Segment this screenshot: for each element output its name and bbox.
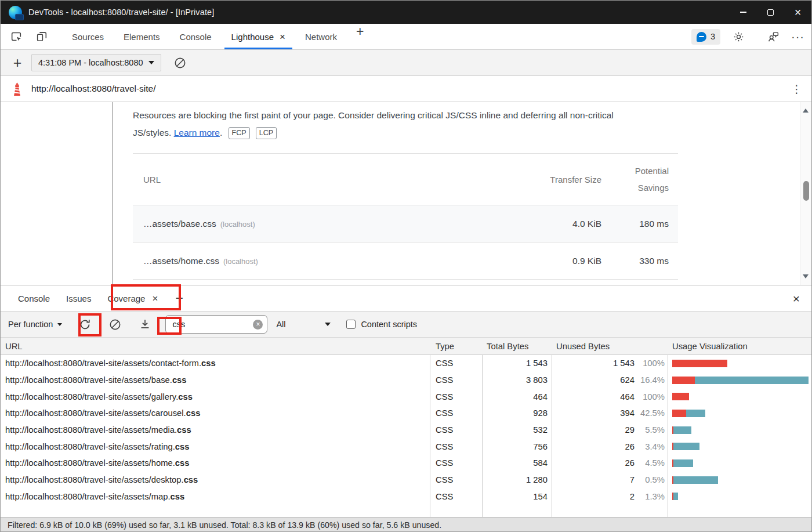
tab-network[interactable]: Network	[295, 24, 347, 49]
inspect-element-button[interactable]	[8, 28, 25, 45]
audit-description: Resources are blocking the first paint o…	[133, 107, 672, 142]
scroll-up-arrow-icon[interactable]	[803, 108, 809, 113]
clear-reports-button[interactable]	[172, 54, 189, 71]
clear-filter-icon[interactable]: ×	[253, 320, 263, 330]
export-coverage-button[interactable]	[136, 316, 154, 333]
kebab-menu-icon[interactable]: ⋮	[791, 82, 802, 96]
reload-coverage-button[interactable]	[76, 316, 93, 333]
tab-sources[interactable]: Sources	[62, 24, 114, 49]
unused-bar-segment	[672, 410, 686, 417]
lighthouse-toolbar: + 4:31:08 PM - localhost:8080	[1, 50, 811, 76]
used-bar-segment	[673, 493, 679, 500]
coverage-table: URL Type Total Bytes Unused Bytes Usage …	[1, 338, 811, 517]
learn-more-link[interactable]: Learn more	[174, 128, 220, 137]
blocking-resources-table: URL Transfer Size Potential Savings …ass…	[133, 153, 678, 280]
device-toolbar-button[interactable]	[33, 28, 50, 45]
reload-icon	[78, 318, 92, 331]
maximize-icon	[767, 9, 774, 16]
coverage-url-cell: http://localhost:8080/travel-site/assets…	[1, 392, 430, 401]
type-column-header[interactable]: Type	[430, 342, 482, 351]
add-panel-button[interactable]: +	[356, 24, 364, 49]
coverage-table-row[interactable]: http://localhost:8080/travel-site/assets…	[1, 388, 811, 405]
coverage-type-cell: CSS	[430, 408, 482, 418]
coverage-table-row[interactable]: http://localhost:8080/travel-site/assets…	[1, 472, 811, 488]
column-divider	[668, 338, 668, 517]
feedback-button[interactable]	[764, 28, 782, 45]
transfer-size-value: 0.9 KiB	[543, 252, 601, 269]
coverage-usage-bar	[668, 493, 811, 500]
total-bytes-column-header[interactable]: Total Bytes	[482, 342, 552, 351]
used-bar-segment	[695, 377, 809, 384]
audit-table-row[interactable]: …assets/base.css(localhost) 4.0 KiB 180 …	[133, 205, 678, 243]
coverage-unused-bytes-cell: 264.5%	[552, 458, 668, 468]
tab-lighthouse[interactable]: Lighthouse ×	[222, 24, 295, 49]
tabbar-actions: 3 ···	[691, 28, 804, 45]
block-icon	[173, 56, 187, 70]
audited-page-bar: http://localhost:8080/travel-site/ ⋮	[1, 76, 811, 102]
feedback-icon	[767, 30, 780, 43]
usage-visualization-column-header[interactable]: Usage Visualization	[668, 342, 811, 351]
more-options-button[interactable]: ···	[791, 31, 804, 42]
tab-console[interactable]: Console	[170, 24, 222, 49]
audit-url-header: URL	[133, 175, 543, 184]
coverage-table-row[interactable]: http://localhost:8080/travel-site/assets…	[1, 488, 811, 505]
unused-bytes-column-header[interactable]: Unused Bytes	[552, 342, 668, 351]
content-scripts-checkbox[interactable]	[346, 320, 356, 329]
tab-elements[interactable]: Elements	[114, 24, 170, 49]
coverage-table-row[interactable]: http://localhost:8080/travel-site/assets…	[1, 422, 811, 439]
column-divider	[430, 338, 430, 517]
close-lighthouse-tab-icon[interactable]: ×	[280, 32, 285, 42]
coverage-type-cell: CSS	[430, 458, 482, 468]
coverage-type-cell: CSS	[430, 492, 482, 501]
coverage-url-cell: http://localhost:8080/travel-site/assets…	[1, 442, 430, 451]
coverage-table-row[interactable]: http://localhost:8080/travel-site/assets…	[1, 438, 811, 455]
coverage-table-row[interactable]: http://localhost:8080/travel-site/assets…	[1, 355, 811, 372]
drawer-tab-coverage[interactable]: Coverage ×	[99, 285, 166, 311]
clear-coverage-button[interactable]	[106, 316, 124, 333]
coverage-mode-dropdown[interactable]: Per function	[8, 320, 62, 329]
coverage-table-row[interactable]: http://localhost:8080/travel-site/assets…	[1, 372, 811, 389]
inspect-icon	[10, 30, 23, 43]
coverage-table-header: URL Type Total Bytes Unused Bytes Usage …	[1, 338, 811, 355]
coverage-usage-bar	[668, 426, 811, 434]
coverage-total-bytes-cell: 1 543	[482, 359, 552, 368]
render-blocking-audit: Resources are blocking the first paint o…	[114, 102, 799, 285]
vertical-scrollbar[interactable]	[800, 102, 811, 285]
coverage-total-bytes-cell: 154	[482, 492, 552, 501]
drawer-tab-issues[interactable]: Issues	[58, 285, 99, 311]
coverage-unused-bytes-cell: 70.5%	[552, 475, 668, 484]
type-filter-dropdown[interactable]: All	[276, 320, 333, 329]
close-coverage-tab-icon[interactable]: ×	[152, 294, 158, 303]
scroll-down-arrow-icon[interactable]	[803, 274, 809, 278]
close-icon: ×	[795, 6, 802, 18]
coverage-table-row[interactable]: http://localhost:8080/travel-site/assets…	[1, 405, 811, 422]
audit-table-row[interactable]: …assets/home.css(localhost) 0.9 KiB 330 …	[133, 243, 678, 280]
minimize-icon	[740, 12, 746, 13]
drawer-tab-console[interactable]: Console	[10, 285, 58, 311]
new-audit-button[interactable]: +	[9, 56, 26, 70]
close-drawer-icon[interactable]: ×	[793, 292, 800, 305]
minimize-button[interactable]	[730, 1, 757, 24]
coverage-type-cell: CSS	[430, 359, 482, 368]
coverage-table-row[interactable]: http://localhost:8080/travel-site/assets…	[1, 455, 811, 472]
maximize-button[interactable]	[757, 1, 784, 24]
url-filter-input[interactable]	[171, 319, 253, 330]
coverage-summary-text: Filtered: 6.9 kB of 10.0 kB (69%) used s…	[8, 520, 441, 530]
scrollbar-thumb[interactable]	[803, 181, 809, 201]
coverage-type-cell: CSS	[430, 392, 482, 401]
coverage-type-cell: CSS	[430, 375, 482, 385]
add-drawer-tab-button[interactable]: +	[175, 291, 183, 306]
close-button[interactable]: ×	[784, 1, 811, 24]
settings-button[interactable]	[730, 28, 747, 45]
coverage-type-cell: CSS	[430, 442, 482, 451]
coverage-status-bar: Filtered: 6.9 kB of 10.0 kB (69%) used s…	[1, 517, 811, 532]
issues-counter-button[interactable]: 3	[691, 29, 720, 45]
report-selector-dropdown[interactable]: 4:31:08 PM - localhost:8080	[31, 54, 161, 71]
coverage-usage-bar	[668, 476, 811, 484]
coverage-url-cell: http://localhost:8080/travel-site/assets…	[1, 359, 430, 368]
unused-bar-segment	[672, 377, 695, 384]
devtools-tab-bar: Sources Elements Console Lighthouse × Ne…	[1, 24, 811, 50]
coverage-table-body: http://localhost:8080/travel-site/assets…	[1, 355, 811, 505]
url-column-header[interactable]: URL	[1, 342, 430, 351]
resource-url: …assets/base.css	[143, 219, 216, 229]
